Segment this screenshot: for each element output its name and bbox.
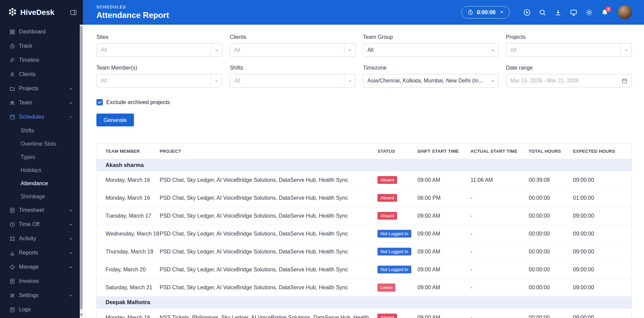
- screen-share-icon[interactable]: [570, 9, 577, 16]
- row-expected-hours: 09:00:00: [573, 225, 631, 243]
- gear-icon[interactable]: [585, 9, 593, 16]
- status-badge: Absent: [377, 314, 397, 318]
- dashboard-icon: [9, 29, 15, 35]
- chevron-down-icon: [69, 87, 73, 91]
- table-row: Monday, March 16 PSD Chat, Sky Ledger, A…: [97, 171, 631, 189]
- timesheet-icon: [9, 207, 15, 213]
- status-badge: Not Logged In: [377, 266, 411, 274]
- chevron-down-icon: [211, 44, 222, 56]
- collapse-sidebar-icon[interactable]: [70, 9, 77, 16]
- sidebar-subitem-label: Attendance: [21, 180, 48, 187]
- sites-select[interactable]: All: [96, 43, 222, 57]
- user-avatar[interactable]: [618, 5, 632, 19]
- schedules-icon: [9, 114, 15, 120]
- sidebar-item-settings[interactable]: Settings: [0, 288, 80, 302]
- invoices-icon: [9, 278, 15, 284]
- row-shift-start: 09:00 AM: [417, 261, 470, 278]
- col-total-hours: TOTAL HOURS: [529, 144, 573, 159]
- sidebar-item-timeline[interactable]: Timeline: [0, 53, 80, 67]
- sidebar-item-activity[interactable]: Activity: [0, 231, 80, 246]
- breadcrumb: SCHEDULES: [96, 5, 169, 9]
- sidebar-item-label: Activity: [19, 236, 36, 242]
- row-expected-hours: 01:00:00: [573, 189, 631, 207]
- sidebar-logo-row: HiveDesk: [0, 0, 83, 25]
- col-actual-start: ACTUAL START TIME: [470, 144, 529, 159]
- chevron-up-icon: [69, 115, 73, 119]
- row-projects: PSD Chat, Sky Ledger, AI VoiceBridge Sol…: [160, 261, 377, 278]
- timezone-select[interactable]: Asia/Chennai, Kolkata, Mumbai, New Delhi…: [363, 74, 498, 88]
- team-group-select[interactable]: All: [363, 43, 498, 57]
- notifications-bell[interactable]: 2: [601, 9, 608, 16]
- sidebar-item-invoices[interactable]: Invoices: [0, 274, 80, 288]
- filters-panel: Sites All Clients All Team Group: [96, 34, 632, 88]
- sidebar-subitem-label: Shrinkage: [21, 194, 45, 200]
- sidebar-item-track[interactable]: Track: [0, 39, 80, 53]
- sidebar-subitem-shrinkage[interactable]: Shrinkage: [0, 190, 80, 203]
- sidebar-item-team[interactable]: Team: [0, 96, 80, 110]
- group-name: Akash sharma: [97, 159, 631, 171]
- sidebar-item-reports[interactable]: Reports: [0, 246, 80, 260]
- date-range-label: Date range: [506, 65, 632, 71]
- row-shift-start: 09:00 AM: [417, 309, 470, 318]
- table-row: Monday, March 16 NSS Tickets, Philippine…: [97, 309, 631, 318]
- timeline-icon: [9, 57, 15, 63]
- sidebar-item-dashboard[interactable]: Dashboard: [0, 25, 80, 39]
- row-expected-hours: 09:00:00: [573, 309, 631, 318]
- search-icon[interactable]: [539, 9, 546, 16]
- generate-button[interactable]: Generate: [96, 114, 134, 126]
- scrollbar-down-arrow[interactable]: [80, 314, 83, 316]
- stopwatch-icon: [467, 9, 474, 16]
- chevron-down-icon: [344, 74, 355, 87]
- projects-select[interactable]: All: [506, 43, 632, 57]
- row-total-hours: 00:00:00: [529, 309, 573, 318]
- row-date: Monday, March 16: [97, 309, 160, 318]
- sidebar-item-label: Manage: [19, 264, 39, 270]
- row-shift-start: 09:00 AM: [417, 207, 470, 225]
- download-icon[interactable]: [554, 9, 562, 16]
- date-range-input[interactable]: Mar 15, 2026 - Mar 21, 2026: [506, 74, 632, 88]
- scrollbar-thumb[interactable]: [80, 26, 83, 309]
- sidebar-subitem-holidays[interactable]: Holidays: [0, 164, 80, 177]
- col-shift-start: SHIFT START TIME: [417, 144, 470, 159]
- sidebar-item-clients[interactable]: Clients: [0, 67, 80, 81]
- activity-icon: [9, 236, 15, 242]
- team-group-label: Team Group: [363, 34, 498, 40]
- chevron-down-icon: [69, 265, 73, 269]
- sidebar-item-manage[interactable]: Manage: [0, 260, 80, 274]
- team-members-select[interactable]: All: [96, 74, 222, 88]
- row-total-hours: 00:00:00: [529, 189, 573, 207]
- shifts-select[interactable]: All: [230, 74, 355, 88]
- page-title: Attendance Report: [96, 10, 169, 20]
- sidebar-subitem-shifts[interactable]: Shifts: [0, 124, 80, 137]
- date-range-value: Mar 15, 2026 - Mar 21, 2026: [510, 78, 622, 84]
- sidebar-subitem-types[interactable]: Types: [0, 150, 80, 164]
- add-button[interactable]: [523, 9, 531, 16]
- sidebar-subitem-label: Holidays: [21, 167, 41, 173]
- sidebar-subitem-attendance[interactable]: Attendance: [0, 177, 80, 190]
- timer-widget[interactable]: 0:00:00: [461, 6, 510, 19]
- sidebar-item-time-off[interactable]: Time Off: [0, 217, 80, 231]
- sidebar-item-logs[interactable]: Logs: [0, 302, 80, 317]
- table-row: Wednesday, March 18 PSD Chat, Sky Ledger…: [97, 225, 631, 243]
- row-actual-start: -: [470, 189, 529, 207]
- sidebar-item-timesheet[interactable]: Timesheet: [0, 203, 80, 217]
- chevron-down-icon: [69, 293, 73, 298]
- clients-select[interactable]: All: [230, 43, 355, 57]
- exclude-archived-checkbox[interactable]: [96, 99, 103, 105]
- settings-icon: [9, 293, 15, 298]
- row-projects: PSD Chat, Sky Ledger, AI VoiceBridge Sol…: [160, 278, 377, 296]
- row-expected-hours: 09:00:00: [573, 261, 631, 278]
- sidebar-item-schedules[interactable]: Schedules: [0, 110, 80, 124]
- row-total-hours: 00:00:00: [529, 261, 573, 278]
- track-icon: [9, 43, 15, 49]
- team-members-label: Team Member(s): [96, 65, 222, 71]
- row-shift-start: 09:00 AM: [417, 278, 470, 296]
- clients-label: Clients: [230, 34, 355, 40]
- sidebar: HiveDesk Dashboard Track Timeline: [0, 0, 83, 318]
- sidebar-item-projects[interactable]: Projects: [0, 81, 80, 96]
- sidebar-subitem-overtime-slots[interactable]: Overtime Slots: [0, 137, 80, 150]
- brand-logo[interactable]: HiveDesk: [8, 7, 54, 18]
- notification-count-badge: 2: [605, 6, 611, 12]
- group-row: Deepak Malhotra: [97, 296, 631, 309]
- chevron-down-icon: [69, 251, 73, 255]
